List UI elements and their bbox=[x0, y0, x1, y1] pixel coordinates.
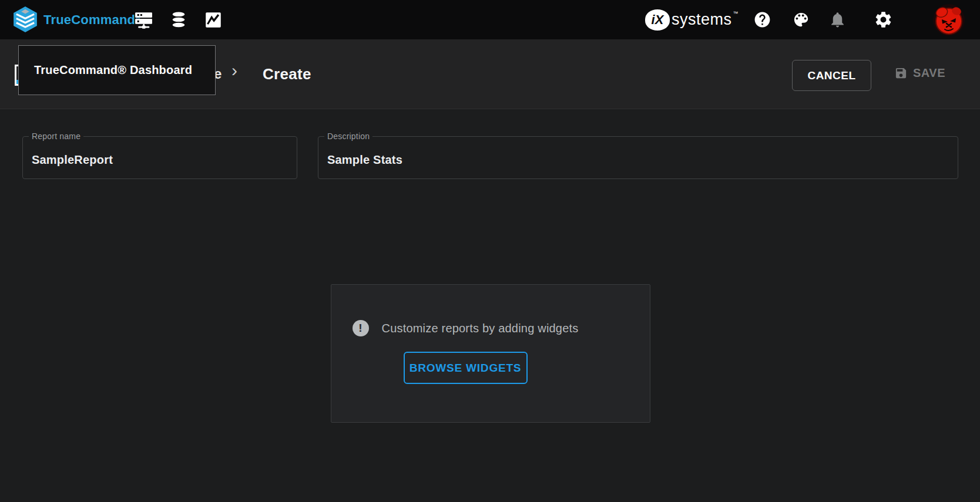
topbar: TrueCommand® bbox=[0, 0, 980, 39]
app-root: TrueCommand® bbox=[0, 0, 980, 502]
cancel-button[interactable]: CANCEL bbox=[792, 60, 871, 91]
brand-text: TrueCommand bbox=[43, 12, 135, 28]
report-name-field[interactable]: Report name SampleReport bbox=[22, 136, 297, 179]
save-button-label: SAVE bbox=[913, 66, 945, 80]
save-button[interactable]: SAVE bbox=[894, 66, 945, 80]
chevron-right-icon: › bbox=[231, 60, 237, 80]
widgets-empty-state-panel: ! Customize reports by adding widgets BR… bbox=[331, 284, 650, 423]
settings-icon[interactable] bbox=[874, 0, 893, 39]
save-icon bbox=[894, 66, 908, 80]
browse-widgets-button[interactable]: BROWSE WIDGETS bbox=[404, 352, 528, 384]
ix-logo-mark: iX bbox=[645, 9, 670, 31]
info-icon: ! bbox=[353, 320, 369, 336]
empty-state-message-row: ! Customize reports by adding widgets bbox=[353, 320, 579, 336]
notifications-icon[interactable] bbox=[828, 0, 847, 39]
palette-icon[interactable] bbox=[792, 0, 810, 39]
truecommand-logo-icon[interactable] bbox=[12, 6, 39, 33]
ixsystems-logo: iX systems ™ bbox=[645, 0, 739, 39]
ix-logo-text: systems bbox=[672, 11, 732, 29]
report-name-label: Report name bbox=[29, 132, 83, 141]
ix-logo-tm: ™ bbox=[733, 11, 739, 16]
description-value[interactable]: Sample Stats bbox=[327, 153, 402, 167]
empty-state-message: Customize reports by adding widgets bbox=[382, 322, 579, 335]
description-label: Description bbox=[324, 132, 372, 141]
brand-title: TrueCommand® bbox=[43, 0, 140, 39]
page-header: e › Create TrueCommand® Dashboard CANCEL… bbox=[0, 39, 980, 109]
report-name-value[interactable]: SampleReport bbox=[32, 153, 113, 167]
help-icon[interactable] bbox=[753, 0, 771, 39]
tooltip-truecommand-dashboard: TrueCommand® Dashboard bbox=[18, 45, 216, 95]
storage-nav-icon[interactable] bbox=[170, 0, 187, 39]
user-avatar[interactable] bbox=[933, 4, 965, 36]
page-title: Create bbox=[263, 65, 311, 83]
systems-nav-icon[interactable] bbox=[134, 0, 153, 39]
reports-nav-icon[interactable] bbox=[204, 0, 222, 39]
description-field[interactable]: Description Sample Stats bbox=[318, 136, 958, 179]
